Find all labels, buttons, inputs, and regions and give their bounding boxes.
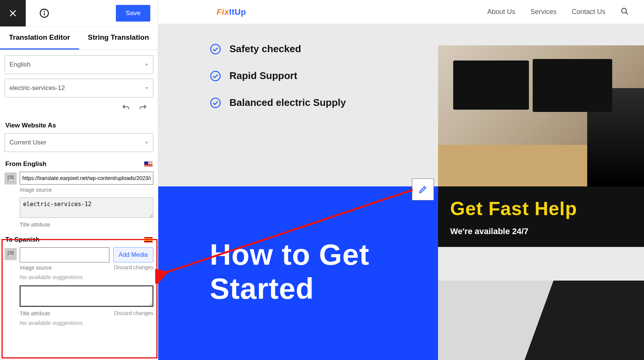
to-image-source-caption: Image source	[20, 265, 52, 271]
language-select[interactable]: English	[5, 55, 153, 74]
to-title-caption: Title attribute	[20, 310, 50, 317]
howto-heading: How to Get Started	[158, 186, 438, 306]
info-button[interactable]	[35, 8, 54, 18]
no-suggestions-text: No available suggestions	[20, 274, 153, 280]
pencil-icon	[418, 185, 428, 194]
help-box: Get Fast Help We're available 24/7	[438, 186, 644, 247]
view-as-label: View Website As	[5, 116, 153, 133]
svg-point-9	[211, 98, 220, 107]
svg-point-6	[622, 8, 627, 13]
view-as-select[interactable]: Current User	[5, 133, 153, 152]
help-subtitle: We're available 24/7	[450, 227, 632, 236]
nav-contact[interactable]: Contact Us	[572, 8, 605, 16]
secondary-image	[438, 281, 644, 360]
flag-us-icon	[144, 161, 153, 167]
no-suggestions-text-2: No available suggestions	[20, 320, 153, 326]
discard-changes-link[interactable]: Discard changes	[114, 264, 153, 270]
svg-point-8	[211, 71, 220, 81]
to-title-textarea[interactable]	[20, 286, 153, 307]
search-icon[interactable]	[621, 7, 629, 17]
svg-point-1	[44, 11, 44, 11]
redo-icon[interactable]	[139, 104, 147, 112]
image-thumb-icon	[5, 248, 17, 260]
from-title-textarea[interactable]: electric-services-12	[20, 197, 153, 218]
svg-point-3	[9, 177, 10, 178]
image-thumb-icon	[5, 172, 17, 185]
site-logo: FixItUp	[217, 7, 246, 17]
to-image-source-input[interactable]	[20, 247, 109, 262]
from-image-source-caption: Image source	[20, 187, 153, 193]
add-media-button[interactable]: Add Media	[113, 247, 154, 262]
nav-services[interactable]: Services	[530, 8, 557, 16]
edit-marker[interactable]	[412, 178, 434, 200]
nav-about[interactable]: About Us	[487, 8, 515, 16]
item-select[interactable]: electric-services-12	[5, 79, 153, 98]
help-title: Get Fast Help	[450, 198, 632, 220]
flag-es-icon	[144, 237, 153, 242]
svg-point-5	[9, 252, 10, 254]
from-title-caption: Title attribute	[20, 222, 153, 228]
undo-icon[interactable]	[122, 104, 130, 112]
from-image-source-input[interactable]	[20, 172, 153, 185]
info-icon	[39, 8, 49, 18]
close-icon	[9, 9, 17, 17]
from-label: From English	[5, 160, 47, 168]
close-button[interactable]	[0, 0, 26, 26]
svg-point-7	[211, 44, 220, 54]
hero-image	[438, 45, 644, 186]
discard-changes-link-2[interactable]: Discard changes	[114, 310, 153, 316]
tab-string-translation[interactable]: String Translation	[79, 26, 158, 50]
tab-translation-editor[interactable]: Translation Editor	[0, 26, 79, 50]
to-label: To Spanish	[5, 236, 39, 244]
save-button[interactable]: Save	[116, 5, 150, 22]
